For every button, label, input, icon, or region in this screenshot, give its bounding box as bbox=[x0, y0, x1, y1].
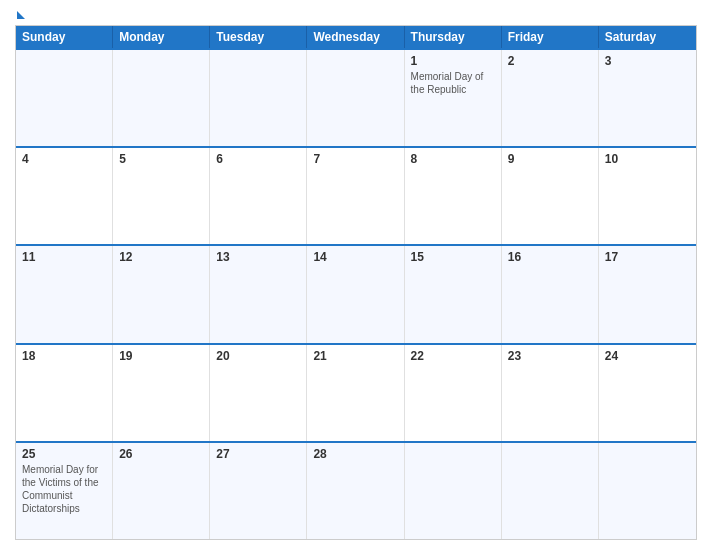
day-number: 14 bbox=[313, 250, 397, 264]
weekday-header: Saturday bbox=[599, 26, 696, 48]
calendar-cell bbox=[16, 50, 113, 146]
day-number: 3 bbox=[605, 54, 690, 68]
day-number: 9 bbox=[508, 152, 592, 166]
calendar-cell: 13 bbox=[210, 246, 307, 342]
page-header bbox=[15, 10, 697, 19]
calendar-cell bbox=[405, 443, 502, 539]
calendar-cell: 19 bbox=[113, 345, 210, 441]
calendar-week: 45678910 bbox=[16, 146, 696, 244]
day-number: 16 bbox=[508, 250, 592, 264]
weekday-header: Monday bbox=[113, 26, 210, 48]
day-number: 6 bbox=[216, 152, 300, 166]
day-number: 26 bbox=[119, 447, 203, 461]
calendar-week: 1Memorial Day of the Republic23 bbox=[16, 48, 696, 146]
calendar-cell: 9 bbox=[502, 148, 599, 244]
calendar-cell: 22 bbox=[405, 345, 502, 441]
day-number: 17 bbox=[605, 250, 690, 264]
calendar-week: 18192021222324 bbox=[16, 343, 696, 441]
calendar-cell: 21 bbox=[307, 345, 404, 441]
day-number: 18 bbox=[22, 349, 106, 363]
calendar-cell: 20 bbox=[210, 345, 307, 441]
calendar-cell bbox=[210, 50, 307, 146]
calendar-cell: 8 bbox=[405, 148, 502, 244]
day-number: 13 bbox=[216, 250, 300, 264]
calendar-cell: 3 bbox=[599, 50, 696, 146]
calendar-cell: 5 bbox=[113, 148, 210, 244]
calendar-cell: 28 bbox=[307, 443, 404, 539]
calendar-cell: 24 bbox=[599, 345, 696, 441]
weekday-header: Friday bbox=[502, 26, 599, 48]
weekday-header: Thursday bbox=[405, 26, 502, 48]
day-number: 15 bbox=[411, 250, 495, 264]
day-number: 10 bbox=[605, 152, 690, 166]
day-number: 12 bbox=[119, 250, 203, 264]
calendar-cell bbox=[113, 50, 210, 146]
calendar-cell: 11 bbox=[16, 246, 113, 342]
calendar-cell: 12 bbox=[113, 246, 210, 342]
calendar-cell: 26 bbox=[113, 443, 210, 539]
weekday-header: Tuesday bbox=[210, 26, 307, 48]
calendar-cell: 7 bbox=[307, 148, 404, 244]
weekday-header: Wednesday bbox=[307, 26, 404, 48]
day-number: 23 bbox=[508, 349, 592, 363]
calendar-cell: 15 bbox=[405, 246, 502, 342]
calendar-cell bbox=[502, 443, 599, 539]
calendar-cell: 17 bbox=[599, 246, 696, 342]
calendar-body: 1Memorial Day of the Republic23456789101… bbox=[16, 48, 696, 539]
calendar-cell bbox=[307, 50, 404, 146]
day-number: 28 bbox=[313, 447, 397, 461]
day-number: 8 bbox=[411, 152, 495, 166]
calendar-cell: 4 bbox=[16, 148, 113, 244]
day-number: 2 bbox=[508, 54, 592, 68]
logo-triangle-icon bbox=[17, 11, 25, 19]
day-number: 25 bbox=[22, 447, 106, 461]
day-number: 11 bbox=[22, 250, 106, 264]
day-number: 5 bbox=[119, 152, 203, 166]
calendar-page: SundayMondayTuesdayWednesdayThursdayFrid… bbox=[0, 0, 712, 550]
calendar-cell: 2 bbox=[502, 50, 599, 146]
calendar-grid: SundayMondayTuesdayWednesdayThursdayFrid… bbox=[15, 25, 697, 540]
calendar-cell: 16 bbox=[502, 246, 599, 342]
weekday-header: Sunday bbox=[16, 26, 113, 48]
day-number: 19 bbox=[119, 349, 203, 363]
day-number: 7 bbox=[313, 152, 397, 166]
calendar-header: SundayMondayTuesdayWednesdayThursdayFrid… bbox=[16, 26, 696, 48]
calendar-week: 11121314151617 bbox=[16, 244, 696, 342]
day-number: 20 bbox=[216, 349, 300, 363]
calendar-cell: 18 bbox=[16, 345, 113, 441]
calendar-cell: 23 bbox=[502, 345, 599, 441]
logo bbox=[15, 10, 25, 19]
calendar-cell: 27 bbox=[210, 443, 307, 539]
calendar-cell: 1Memorial Day of the Republic bbox=[405, 50, 502, 146]
calendar-cell: 10 bbox=[599, 148, 696, 244]
day-number: 27 bbox=[216, 447, 300, 461]
calendar-cell: 14 bbox=[307, 246, 404, 342]
day-number: 1 bbox=[411, 54, 495, 68]
calendar-cell bbox=[599, 443, 696, 539]
day-number: 21 bbox=[313, 349, 397, 363]
holiday-label: Memorial Day for the Victims of the Comm… bbox=[22, 463, 106, 515]
day-number: 24 bbox=[605, 349, 690, 363]
holiday-label: Memorial Day of the Republic bbox=[411, 70, 495, 96]
calendar-week: 25Memorial Day for the Victims of the Co… bbox=[16, 441, 696, 539]
day-number: 4 bbox=[22, 152, 106, 166]
calendar-cell: 25Memorial Day for the Victims of the Co… bbox=[16, 443, 113, 539]
day-number: 22 bbox=[411, 349, 495, 363]
calendar-cell: 6 bbox=[210, 148, 307, 244]
